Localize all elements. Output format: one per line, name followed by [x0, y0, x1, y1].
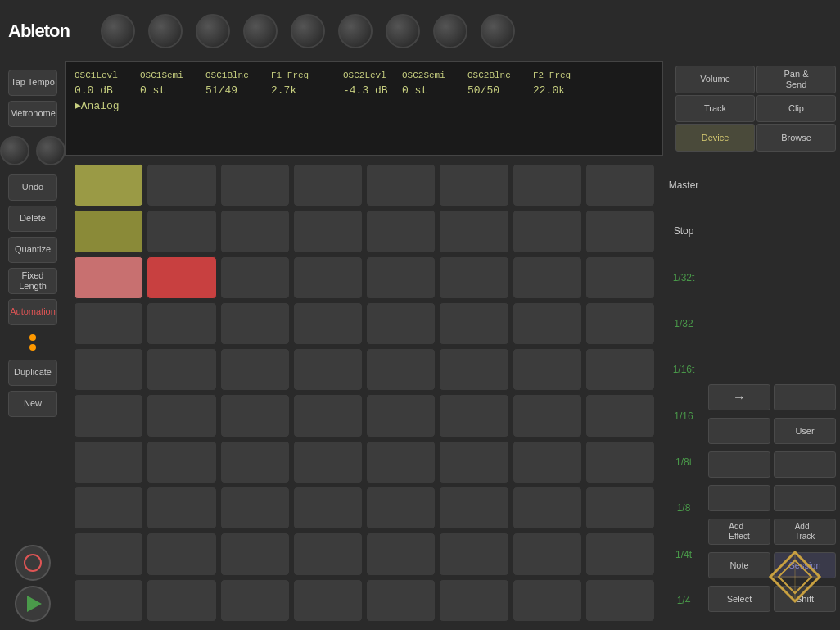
pad-8-4[interactable] — [366, 533, 436, 575]
pad-6-3[interactable] — [293, 441, 363, 483]
pad-9-5[interactable] — [439, 579, 508, 622]
pad-3-6[interactable] — [513, 302, 582, 345]
arrow-button[interactable]: → — [708, 384, 770, 410]
automation-button[interactable]: Automation — [8, 299, 57, 325]
sidebar-knob-1[interactable] — [0, 136, 29, 165]
pad-7-0[interactable] — [74, 487, 143, 529]
timing-1-4t[interactable]: 1/4t — [663, 533, 704, 575]
pad-0-4[interactable] — [366, 164, 436, 206]
user-button[interactable]: User — [774, 418, 836, 444]
pad-6-1[interactable] — [147, 441, 216, 483]
pad-5-0[interactable] — [74, 394, 143, 437]
pad-2-0[interactable] — [74, 256, 143, 299]
pad-9-1[interactable] — [147, 579, 216, 622]
add-track-button[interactable]: AddTrack — [774, 519, 836, 545]
pad-1-5[interactable] — [439, 210, 508, 252]
pad-8-3[interactable] — [293, 533, 363, 575]
pad-5-6[interactable] — [513, 394, 582, 437]
empty-button-1[interactable] — [774, 384, 836, 410]
pad-8-0[interactable] — [74, 533, 143, 575]
diamond-icon[interactable] — [766, 548, 824, 605]
empty-button-6[interactable] — [774, 485, 836, 511]
pad-8-5[interactable] — [439, 533, 508, 575]
pad-5-2[interactable] — [220, 394, 290, 437]
pad-3-4[interactable] — [366, 302, 436, 345]
pad-7-4[interactable] — [366, 487, 436, 529]
pad-4-3[interactable] — [293, 348, 363, 391]
pad-0-0[interactable] — [74, 164, 143, 206]
add-effect-button[interactable]: AddEffect — [708, 519, 770, 545]
new-button[interactable]: New — [8, 391, 57, 417]
top-knob-5[interactable] — [291, 14, 325, 48]
pad-1-7[interactable] — [585, 210, 655, 252]
empty-button-3[interactable] — [708, 451, 770, 478]
pad-4-4[interactable] — [366, 348, 436, 391]
pad-0-7[interactable] — [585, 164, 655, 206]
pad-9-0[interactable] — [74, 579, 143, 622]
top-knob-4[interactable] — [243, 14, 278, 48]
pad-2-3[interactable] — [293, 256, 363, 299]
timing-1-16[interactable]: 1/16 — [663, 394, 704, 437]
top-knob-3[interactable] — [196, 14, 230, 48]
clip-button[interactable]: Clip — [756, 95, 836, 123]
top-knob-1[interactable] — [101, 14, 135, 48]
pad-6-7[interactable] — [585, 441, 655, 483]
pad-5-3[interactable] — [293, 394, 363, 437]
pad-2-5[interactable] — [439, 256, 508, 299]
pad-4-1[interactable] — [147, 348, 216, 391]
pad-7-2[interactable] — [220, 487, 290, 529]
pad-9-2[interactable] — [220, 579, 290, 622]
top-knob-8[interactable] — [433, 14, 467, 48]
pad-1-6[interactable] — [513, 210, 582, 252]
note-button[interactable]: Note — [708, 552, 770, 578]
pad-0-2[interactable] — [220, 164, 290, 206]
fixed-length-button[interactable]: FixedLength — [8, 268, 57, 294]
pad-3-3[interactable] — [293, 302, 363, 345]
select-button[interactable]: Select — [708, 586, 770, 612]
track-button[interactable]: Track — [675, 95, 755, 123]
empty-button-4[interactable] — [774, 451, 836, 478]
pad-5-4[interactable] — [366, 394, 436, 437]
timing-1-32[interactable]: 1/32 — [663, 302, 704, 345]
pad-9-7[interactable] — [585, 579, 655, 622]
undo-button[interactable]: Undo — [8, 174, 57, 201]
pad-1-3[interactable] — [293, 210, 363, 252]
pad-7-6[interactable] — [513, 487, 582, 529]
pad-1-0[interactable] — [74, 210, 143, 252]
pad-0-1[interactable] — [147, 164, 216, 206]
pad-8-1[interactable] — [147, 533, 216, 575]
quantize-button[interactable]: Quantize — [8, 237, 57, 263]
empty-button-5[interactable] — [708, 485, 770, 511]
pad-7-3[interactable] — [293, 487, 363, 529]
delete-button[interactable]: Delete — [8, 206, 57, 232]
browse-button[interactable]: Browse — [756, 124, 836, 152]
pad-3-0[interactable] — [74, 302, 143, 345]
pad-5-1[interactable] — [147, 394, 216, 437]
pad-7-1[interactable] — [147, 487, 216, 529]
timing-1-8t[interactable]: 1/8t — [663, 441, 704, 483]
pad-2-6[interactable] — [513, 256, 582, 299]
pad-2-2[interactable] — [220, 256, 290, 299]
pad-5-5[interactable] — [439, 394, 508, 437]
pad-1-2[interactable] — [220, 210, 290, 252]
pan-send-button[interactable]: Pan &Send — [756, 66, 836, 93]
pad-5-7[interactable] — [585, 394, 655, 437]
pad-2-7[interactable] — [585, 256, 655, 299]
pad-3-1[interactable] — [147, 302, 216, 345]
top-knob-9[interactable] — [481, 14, 515, 48]
timing-master[interactable]: Master — [663, 164, 704, 206]
pad-4-7[interactable] — [585, 348, 655, 391]
empty-button-2[interactable] — [708, 418, 770, 444]
timing-1-32t[interactable]: 1/32t — [663, 256, 704, 299]
timing-1-4[interactable]: 1/4 — [663, 579, 704, 622]
sidebar-knob-2[interactable] — [36, 136, 65, 165]
pad-4-5[interactable] — [439, 348, 508, 391]
pad-9-3[interactable] — [293, 579, 363, 622]
pad-8-7[interactable] — [585, 533, 655, 575]
pad-3-2[interactable] — [220, 302, 290, 345]
pad-2-1[interactable] — [147, 256, 216, 299]
pad-8-6[interactable] — [513, 533, 582, 575]
pad-1-1[interactable] — [147, 210, 216, 252]
play-button[interactable] — [15, 586, 51, 622]
pad-4-0[interactable] — [74, 348, 143, 391]
